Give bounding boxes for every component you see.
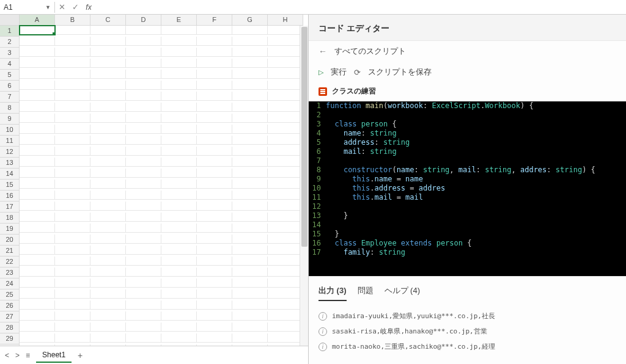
cell[interactable] (268, 169, 303, 178)
cell[interactable] (197, 147, 232, 156)
cell[interactable] (268, 114, 303, 123)
cell[interactable] (161, 70, 197, 79)
cell[interactable] (20, 114, 55, 123)
cell[interactable] (197, 268, 232, 277)
cell[interactable] (197, 70, 232, 79)
cell[interactable] (232, 158, 268, 167)
cell[interactable] (161, 289, 197, 299)
cell[interactable] (20, 169, 55, 178)
cell[interactable] (268, 125, 303, 134)
row-header[interactable]: 23 (0, 268, 20, 278)
row-header[interactable]: 5 (0, 70, 20, 81)
formula-input[interactable] (95, 6, 626, 9)
run-button[interactable]: 実行 (331, 67, 347, 78)
cell[interactable] (55, 48, 90, 57)
cell[interactable] (268, 92, 303, 101)
cell[interactable] (90, 125, 126, 134)
cell-grid[interactable]: ABCDEFGH12345678910111213141516171819202… (0, 15, 308, 346)
row-header[interactable]: 3 (0, 48, 20, 59)
cell[interactable] (20, 257, 55, 266)
column-header[interactable]: E (161, 15, 197, 26)
cancel-formula-icon[interactable]: ✕ (55, 2, 68, 12)
cell[interactable] (126, 191, 161, 200)
cell[interactable] (197, 213, 232, 222)
cell[interactable] (161, 191, 197, 200)
cell[interactable] (55, 278, 90, 288)
cell[interactable] (268, 246, 303, 255)
cell[interactable] (55, 147, 90, 156)
row-header[interactable]: 20 (0, 235, 20, 246)
row-header[interactable]: 29 (0, 333, 20, 344)
cell[interactable] (55, 114, 90, 123)
cell[interactable] (161, 311, 197, 321)
cell[interactable] (126, 311, 161, 321)
cell[interactable] (126, 70, 161, 79)
cell[interactable] (126, 268, 161, 277)
cell[interactable] (268, 59, 303, 68)
cell[interactable] (90, 158, 126, 167)
row-header[interactable]: 24 (0, 278, 20, 289)
output-tab[interactable]: ヘルプ (4) (385, 285, 421, 301)
cell[interactable] (197, 322, 232, 332)
cell[interactable] (126, 103, 161, 112)
cell[interactable] (232, 300, 268, 310)
column-header[interactable]: F (197, 15, 232, 26)
cell[interactable] (90, 169, 126, 178)
code-line[interactable]: 14 (309, 220, 626, 230)
cell[interactable] (20, 37, 55, 46)
cell[interactable] (55, 257, 90, 266)
cell[interactable] (161, 278, 197, 288)
row-header[interactable]: 14 (0, 169, 20, 180)
name-box[interactable]: A1 ▼ (0, 2, 55, 13)
cell[interactable] (90, 180, 126, 189)
cell[interactable] (20, 70, 55, 79)
code-line[interactable]: 4 name: string (309, 129, 626, 138)
cell[interactable] (268, 333, 303, 343)
column-header[interactable]: A (20, 15, 55, 26)
cell[interactable] (232, 311, 268, 321)
cell[interactable] (55, 92, 90, 101)
cell[interactable] (232, 147, 268, 156)
cell[interactable] (268, 81, 303, 90)
cell[interactable] (126, 322, 161, 332)
cell[interactable] (232, 70, 268, 79)
cell[interactable] (55, 136, 90, 145)
vertical-scrollbar[interactable] (300, 26, 308, 346)
cell[interactable] (126, 92, 161, 101)
cell[interactable] (268, 202, 303, 211)
cell[interactable] (268, 26, 303, 35)
cell[interactable] (126, 37, 161, 46)
row-header[interactable]: 19 (0, 224, 20, 235)
cell[interactable] (268, 136, 303, 145)
cell[interactable] (126, 136, 161, 145)
cell[interactable] (55, 59, 90, 68)
code-line[interactable]: 5 address: string (309, 138, 626, 147)
row-header[interactable]: 1 (0, 26, 20, 37)
cell[interactable] (161, 333, 197, 343)
cell[interactable] (20, 103, 55, 112)
cell[interactable] (197, 289, 232, 299)
cell[interactable] (20, 300, 55, 310)
cell[interactable] (126, 224, 161, 233)
cell[interactable] (55, 26, 90, 35)
scrollbar-thumb[interactable] (301, 27, 307, 247)
cell[interactable] (161, 37, 197, 46)
cell[interactable] (232, 191, 268, 200)
cell[interactable] (90, 81, 126, 90)
code-line[interactable]: 9 this.name = name (309, 175, 626, 184)
cell[interactable] (161, 114, 197, 123)
tab-list-icon[interactable]: ≡ (26, 351, 30, 360)
code-line[interactable]: 7 (309, 156, 626, 166)
cell[interactable] (126, 169, 161, 178)
cell[interactable] (232, 103, 268, 112)
cell[interactable] (232, 125, 268, 134)
cell[interactable] (90, 300, 126, 310)
script-name-row[interactable]: クラスの練習 (309, 82, 626, 101)
cell[interactable] (268, 278, 303, 288)
cell[interactable] (197, 344, 232, 346)
cell[interactable] (90, 103, 126, 112)
cell[interactable] (197, 136, 232, 145)
add-sheet-icon[interactable]: + (78, 351, 83, 360)
sheet-tab[interactable]: Sheet1 (36, 348, 72, 363)
code-line[interactable]: 13 } (309, 211, 626, 220)
